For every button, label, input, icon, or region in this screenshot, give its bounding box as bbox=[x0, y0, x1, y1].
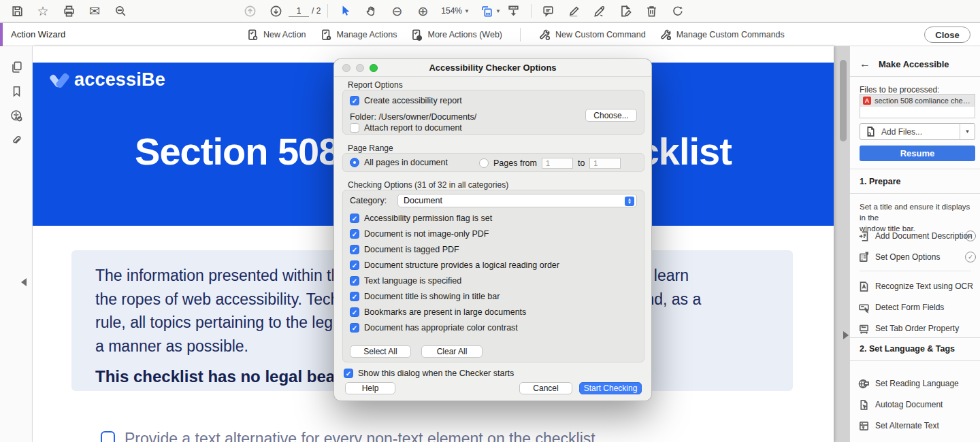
checker-option-row[interactable]: Bookmarks are present in large documents bbox=[350, 307, 526, 317]
page-edit-icon bbox=[619, 5, 632, 18]
checker-option-row[interactable]: Document is tagged PDF bbox=[350, 245, 459, 254]
item-label: Set Tab Order Property bbox=[875, 324, 959, 333]
manage-custom-commands-button[interactable]: Manage Custom Commands bbox=[659, 29, 785, 41]
accessibe-logo-mark-icon bbox=[51, 71, 69, 89]
delete-button[interactable] bbox=[639, 0, 665, 22]
checker-option-row[interactable]: Text language is specified bbox=[350, 276, 461, 286]
previous-page-button[interactable] bbox=[237, 0, 263, 22]
resume-button[interactable]: Resume bbox=[860, 146, 975, 161]
search-button[interactable] bbox=[108, 0, 133, 22]
envelope-icon: ✉ bbox=[89, 5, 100, 18]
fit-width-button[interactable]: ▼ bbox=[480, 5, 501, 18]
set-open-options-item[interactable]: Set Open Options bbox=[858, 248, 978, 266]
show-dialog-checkbox[interactable]: Show this dialog when the Checker starts bbox=[344, 369, 514, 378]
back-arrow-icon[interactable]: ← bbox=[860, 58, 870, 70]
set-alternate-text-item[interactable]: Set Alternate Text bbox=[858, 417, 978, 435]
set-tab-order-item[interactable]: Set Tab Order Property bbox=[858, 320, 978, 337]
page-number-input[interactable] bbox=[289, 5, 309, 17]
page-scrolling-button[interactable] bbox=[501, 0, 527, 22]
add-files-dropdown[interactable]: ▼ bbox=[960, 123, 975, 140]
new-custom-command-button[interactable]: New Custom Command bbox=[538, 29, 646, 41]
file-list-item[interactable]: section 508 comliance checkli... bbox=[860, 95, 975, 107]
recognize-text-ocr-item[interactable]: Recognize Text using OCR bbox=[858, 277, 978, 295]
clear-all-button[interactable]: Clear All bbox=[421, 345, 483, 358]
divider bbox=[860, 271, 971, 271]
bookmarks-button[interactable] bbox=[0, 79, 33, 103]
email-button[interactable]: ✉ bbox=[82, 0, 108, 22]
next-page-button[interactable] bbox=[263, 0, 289, 22]
highlight-button[interactable] bbox=[561, 0, 587, 22]
help-button[interactable]: Help bbox=[345, 382, 395, 394]
dialog-titlebar[interactable]: Accessibility Checker Options bbox=[334, 59, 651, 77]
category-select[interactable]: Document ▲▼ bbox=[397, 194, 637, 207]
add-document-description-item[interactable]: Add Document Description bbox=[858, 227, 978, 245]
accessibility-icon bbox=[10, 109, 23, 122]
star-button[interactable]: ☆ bbox=[30, 0, 56, 22]
paperclip-icon bbox=[10, 134, 23, 147]
accessibility-button[interactable] bbox=[0, 103, 33, 128]
edit-page-button[interactable] bbox=[613, 0, 639, 22]
more-actions-icon bbox=[410, 29, 423, 41]
collapse-left-pane-arrow[interactable] bbox=[21, 278, 27, 286]
dialog-title: Accessibility Checker Options bbox=[334, 63, 651, 73]
choose-folder-button[interactable]: Choose... bbox=[585, 109, 637, 122]
alternate-text-icon bbox=[858, 420, 870, 432]
save-button[interactable] bbox=[4, 0, 30, 22]
checker-option-label: Accessibility permission flag is set bbox=[364, 214, 492, 223]
divider bbox=[850, 337, 980, 338]
completed-check-icon: ✓ bbox=[965, 231, 976, 241]
checker-option-row[interactable]: Document is not image-only PDF bbox=[350, 229, 489, 239]
page-from-input[interactable] bbox=[542, 158, 573, 169]
rotate-button[interactable] bbox=[665, 0, 691, 22]
checkbox-checked-icon bbox=[350, 96, 359, 105]
action-wizard-bar: Action Wizard New Action Manage Actions … bbox=[0, 23, 980, 46]
create-report-checkbox[interactable]: Create accessibility report bbox=[350, 96, 462, 105]
select-all-button[interactable]: Select All bbox=[350, 345, 411, 358]
select-tool-button[interactable] bbox=[332, 0, 358, 22]
pages-from-radio[interactable]: Pages from to bbox=[479, 158, 621, 169]
hand-tool-button[interactable] bbox=[358, 0, 384, 22]
print-button[interactable] bbox=[56, 0, 82, 22]
all-pages-radio[interactable]: All pages in document bbox=[350, 158, 448, 167]
detect-form-fields-item[interactable]: Detect Form Fields bbox=[858, 299, 978, 316]
category-value: Document bbox=[404, 196, 442, 205]
new-action-icon bbox=[246, 29, 259, 41]
vertical-scrollbar[interactable] bbox=[840, 60, 847, 141]
main-toolbar: ☆ ✉ / 2 ⊖ ⊕ 154% ▼ ▼ bbox=[0, 0, 980, 22]
add-files-button[interactable]: Add Files... ▼ bbox=[860, 123, 975, 140]
collapse-right-pane-arrow[interactable] bbox=[843, 331, 849, 339]
hand-icon bbox=[365, 5, 378, 18]
checker-option-row[interactable]: Document structure provides a logical re… bbox=[350, 260, 559, 270]
comment-button[interactable] bbox=[536, 0, 561, 22]
zoom-level-value: 154% bbox=[441, 6, 462, 16]
set-reading-language-item[interactable]: Set Reading Language bbox=[858, 375, 978, 392]
cancel-button[interactable]: Cancel bbox=[519, 382, 572, 394]
checker-option-row[interactable]: Document title is showing in title bar bbox=[350, 292, 500, 301]
new-action-button[interactable]: New Action bbox=[246, 29, 306, 41]
pages-icon bbox=[10, 61, 23, 73]
minus-circle-icon: ⊖ bbox=[391, 5, 402, 18]
report-options-label: Report Options bbox=[348, 80, 403, 90]
attachments-button[interactable] bbox=[0, 128, 33, 152]
comment-icon bbox=[542, 5, 555, 18]
zoom-in-button[interactable]: ⊕ bbox=[410, 0, 436, 22]
checkbox-checked-icon bbox=[350, 323, 359, 333]
page-thumbnails-button[interactable] bbox=[0, 54, 33, 79]
checker-option-row[interactable]: Accessibility permission flag is set bbox=[350, 214, 492, 223]
manage-custom-commands-label: Manage Custom Commands bbox=[676, 30, 785, 39]
page-to-input[interactable] bbox=[589, 158, 621, 169]
start-checking-button[interactable]: Start Checking bbox=[579, 382, 642, 394]
autotag-document-item[interactable]: Autotag Document bbox=[858, 396, 978, 413]
close-button[interactable]: Close bbox=[924, 27, 970, 43]
zoom-out-button[interactable]: ⊖ bbox=[384, 0, 410, 22]
more-actions-button[interactable]: More Actions (Web) bbox=[410, 29, 502, 41]
new-custom-command-icon bbox=[538, 29, 551, 41]
pen-icon bbox=[593, 5, 606, 18]
attach-report-checkbox[interactable]: Attach report to document bbox=[350, 123, 462, 133]
zoom-level-dropdown[interactable]: 154% ▼ bbox=[441, 6, 470, 16]
sign-button[interactable] bbox=[587, 0, 613, 22]
radio-selected-icon bbox=[350, 158, 359, 167]
checkbox-checked-icon bbox=[350, 307, 359, 317]
manage-actions-button[interactable]: Manage Actions bbox=[320, 29, 397, 41]
checker-option-row[interactable]: Document has appropriate color contrast bbox=[350, 323, 518, 333]
